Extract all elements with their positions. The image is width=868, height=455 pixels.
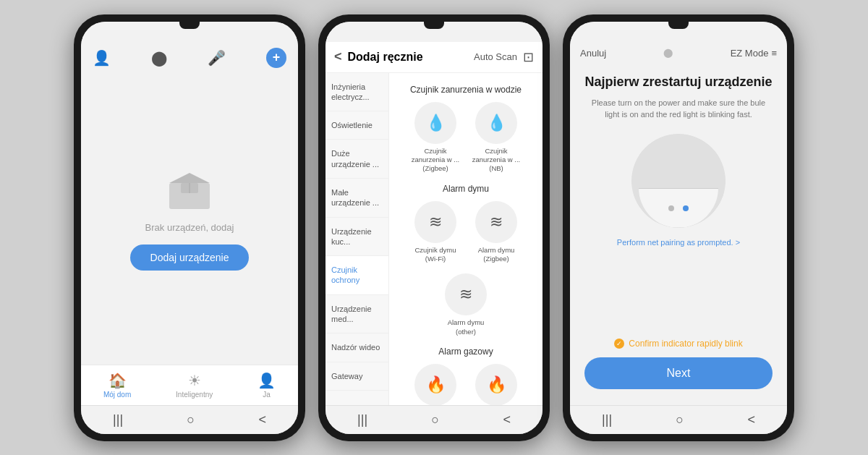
water-devices-grid: 💧 Czujnik zanurzenia w ...(Zigbee) 💧 Czu… xyxy=(395,102,537,174)
user-icon[interactable]: 👤 xyxy=(93,49,111,67)
notch-bar-2 xyxy=(326,22,542,42)
smoke-zigbee-label: Alarm dymu(Zigbee) xyxy=(478,246,515,264)
screen-2: < Dodaj ręcznie Auto Scan ⊡ Inżynieria e… xyxy=(326,42,542,405)
p2-header: < Dodaj ręcznie Auto Scan ⊡ xyxy=(326,42,542,73)
ez-mode-button[interactable]: EZ Mode ≡ xyxy=(731,48,777,59)
device-gas-wifi[interactable]: 🔥 Czujnik gazu(Wi-Fi) xyxy=(409,364,461,405)
cancel-button[interactable]: Anuluj xyxy=(580,48,606,59)
svg-marker-1 xyxy=(169,173,210,183)
add-icon[interactable]: + xyxy=(266,48,286,68)
phone-3: Anuluj ⬤ EZ Mode ≡ Najpierw zrestartuj u… xyxy=(563,14,794,441)
net-pairing-link[interactable]: Perform net pairing as prompted. > xyxy=(617,238,740,247)
smoke-wifi-icon: ≋ xyxy=(414,201,456,243)
smart-icon: ☀ xyxy=(188,372,201,389)
sidebar-item-lighting[interactable]: Oświetlenie xyxy=(326,111,388,140)
device-gas-zigbee[interactable]: 🔥 Alarm gazowy(Zigbee) xyxy=(470,364,522,405)
device-inner-half xyxy=(639,188,718,228)
nav3-menu-icon[interactable]: ||| xyxy=(602,412,612,428)
nav2-home-icon[interactable]: ○ xyxy=(431,412,439,428)
tab-smart[interactable]: ☀ Inteligentny xyxy=(176,372,213,399)
p3-content: Najpierw zrestartuj urządzenie Please tu… xyxy=(570,64,787,405)
p3-title: Najpierw zrestartuj urządzenie xyxy=(584,75,772,90)
smoke-devices-grid: ≋ Czujnik dymu(Wi-Fi) ≋ Alarm dymu(Zigbe… xyxy=(395,201,537,264)
sidebar-item-security[interactable]: Czujnik ochrony xyxy=(326,256,388,295)
sidebar-item-small-appliance[interactable]: Małe urządzenie ... xyxy=(326,179,388,218)
water-zigbee-label: Czujnik zanurzenia w ...(Zigbee) xyxy=(409,147,461,174)
p3-header: Anuluj ⬤ EZ Mode ≡ xyxy=(570,42,787,64)
p2-title: Dodaj ręcznie xyxy=(348,51,468,64)
p2-main-content: Czujnik zanurzenia w wodzie 💧 Czujnik za… xyxy=(389,73,542,405)
tab-me-label: Ja xyxy=(263,391,271,399)
ez-mode-label: EZ Mode xyxy=(731,48,769,59)
nav2-back-icon[interactable]: < xyxy=(503,412,511,428)
sidebar-item-video[interactable]: Nadzór wideo xyxy=(326,333,388,362)
gas-wifi-icon: 🔥 xyxy=(414,364,456,405)
gas-devices-grid: 🔥 Czujnik gazu(Wi-Fi) 🔥 Alarm gazowy(Zig… xyxy=(395,364,537,405)
add-device-button[interactable]: Dodaj urządzenie xyxy=(130,244,250,271)
system-nav-3: ||| ○ < xyxy=(570,405,787,434)
sidebar-item-large-appliance[interactable]: Duże urządzenie ... xyxy=(326,140,388,179)
p2-auto-scan[interactable]: Auto Scan xyxy=(474,51,517,62)
notch-2 xyxy=(424,22,444,29)
led-blue xyxy=(683,205,689,211)
p3-notch-dot: ⬤ xyxy=(663,48,673,58)
water-nb-label: Czujnik zanurzenia w ...(NB) xyxy=(470,147,522,174)
screen-1: 👤 ⬤ 🎤 + Brak urządzeń, dodaj Dodaj urząd… xyxy=(81,42,298,405)
led-grey xyxy=(668,205,674,211)
sidebar-item-gateway[interactable]: Gateway xyxy=(326,362,388,391)
smoke-other-icon: ≋ xyxy=(445,273,487,315)
section-water-title: Czujnik zanurzenia w wodzie xyxy=(395,85,537,95)
confirm-dot-icon: ✓ xyxy=(614,339,624,349)
smoke-wifi-label: Czujnik dymu(Wi-Fi) xyxy=(414,246,456,264)
phone-2: < Dodaj ręcznie Auto Scan ⊡ Inżynieria e… xyxy=(318,14,550,441)
device-water-nb[interactable]: 💧 Czujnik zanurzenia w ...(NB) xyxy=(470,102,522,174)
notch-1 xyxy=(179,22,200,29)
nav-home-icon[interactable]: ○ xyxy=(187,412,195,428)
device-smoke-zigbee[interactable]: ≋ Alarm dymu(Zigbee) xyxy=(470,201,522,264)
p2-scan-icon[interactable]: ⊡ xyxy=(523,49,534,65)
nav3-back-icon[interactable]: < xyxy=(747,412,755,428)
tab-home[interactable]: 🏠 Mój dom xyxy=(103,372,131,399)
net-pairing-text: Perform net pairing as prompted. xyxy=(617,238,733,247)
phone-1: 👤 ⬤ 🎤 + Brak urządzeń, dodaj Dodaj urząd… xyxy=(74,14,305,441)
confirm-indicator: ✓ Confirm indicator rapidly blink xyxy=(584,339,773,349)
empty-text: Brak urządzeń, dodaj xyxy=(145,222,234,233)
confirm-text: Confirm indicator rapidly blink xyxy=(629,339,742,349)
sidebar-item-engineering[interactable]: Inżynieria electrycz... xyxy=(326,73,388,112)
tab-me[interactable]: 👤 Ja xyxy=(258,372,276,399)
section-smoke-title: Alarm dymu xyxy=(395,184,537,194)
nav3-home-icon[interactable]: ○ xyxy=(676,412,684,428)
p2-body: Inżynieria electrycz... Oświetlenie Duże… xyxy=(326,73,542,405)
next-button[interactable]: Next xyxy=(584,357,773,389)
sidebar-item-kitchen[interactable]: Urządzenie kuc... xyxy=(326,218,388,257)
device-smoke-other[interactable]: ≋ Alarm dymu(other) xyxy=(440,273,492,336)
nav-menu-icon[interactable]: ||| xyxy=(113,412,123,428)
empty-box-icon xyxy=(163,167,216,211)
tab-smart-label: Inteligentny xyxy=(176,391,213,399)
bottom-tabs: 🏠 Mój dom ☀ Inteligentny 👤 Ja xyxy=(81,365,298,405)
water-zigbee-icon: 💧 xyxy=(414,102,456,144)
system-nav-1: ||| ○ < xyxy=(81,405,298,434)
p3-description: Please turn on the power and make sure t… xyxy=(584,97,773,121)
screen-3: Anuluj ⬤ EZ Mode ≡ Najpierw zrestartuj u… xyxy=(570,42,787,405)
nav-back-icon[interactable]: < xyxy=(258,412,266,428)
device-smoke-wifi[interactable]: ≋ Czujnik dymu(Wi-Fi) xyxy=(409,201,461,264)
notch-bar-3 xyxy=(570,22,787,42)
water-nb-icon: 💧 xyxy=(475,102,517,144)
me-icon: 👤 xyxy=(258,372,276,389)
mic-icon[interactable]: 🎤 xyxy=(208,49,226,67)
camera-icon: ⬤ xyxy=(151,49,167,67)
sidebar-item-medical[interactable]: Urządzenie med... xyxy=(326,295,388,334)
section-gas-title: Alarm gazowy xyxy=(395,346,537,357)
smoke-other-grid: ≋ Alarm dymu(other) xyxy=(395,273,537,336)
nav2-menu-icon[interactable]: ||| xyxy=(357,412,367,428)
system-nav-2: ||| ○ < xyxy=(326,405,542,434)
smoke-other-label: Alarm dymu(other) xyxy=(448,318,485,336)
p2-sidebar: Inżynieria electrycz... Oświetlenie Duże… xyxy=(326,73,389,405)
ez-mode-menu-icon: ≡ xyxy=(771,48,777,59)
notch-bar-1 xyxy=(81,22,298,42)
device-illustration xyxy=(631,134,726,228)
tab-home-label: Mój dom xyxy=(103,391,131,399)
p2-back-icon[interactable]: < xyxy=(334,49,342,64)
device-water-zigbee[interactable]: 💧 Czujnik zanurzenia w ...(Zigbee) xyxy=(409,102,461,174)
